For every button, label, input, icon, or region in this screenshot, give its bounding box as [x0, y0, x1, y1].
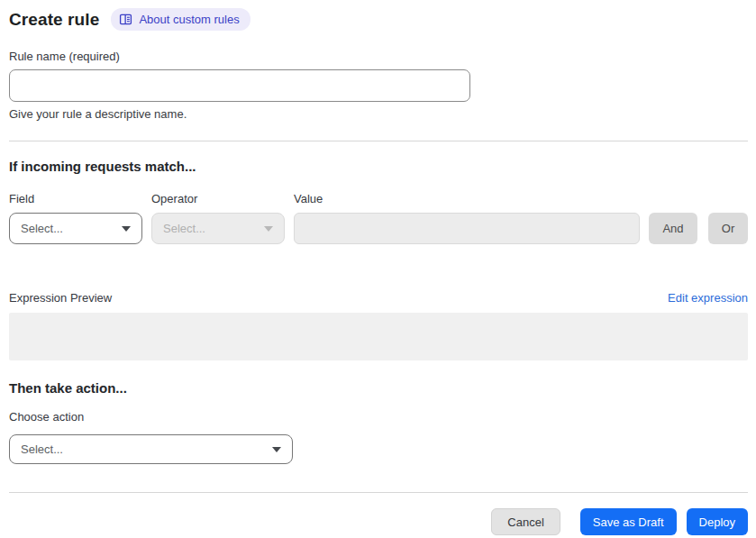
footer-actions: Cancel Save as Draft Deploy — [9, 508, 748, 535]
expression-preview-box — [9, 313, 748, 360]
value-input — [294, 213, 640, 244]
field-label: Field — [9, 192, 142, 205]
choose-action-placeholder: Select... — [21, 442, 63, 456]
value-column: Value — [294, 192, 640, 244]
chevron-down-icon — [264, 226, 273, 232]
and-button[interactable]: And — [649, 213, 697, 244]
rule-name-input[interactable] — [9, 69, 470, 102]
value-label: Value — [294, 192, 640, 205]
save-as-draft-button[interactable]: Save as Draft — [580, 508, 677, 535]
expression-preview-label: Expression Preview — [9, 291, 112, 305]
operator-label: Operator — [151, 192, 285, 205]
choose-action-select[interactable]: Select... — [9, 434, 293, 464]
deploy-button[interactable]: Deploy — [687, 508, 748, 535]
edit-expression-link[interactable]: Edit expression — [668, 291, 748, 305]
match-section-heading: If incoming requests match... — [9, 159, 748, 174]
field-column: Field Select... — [9, 192, 142, 244]
cancel-button[interactable]: Cancel — [491, 508, 560, 535]
rule-name-helper-text: Give your rule a descriptive name. — [9, 107, 748, 121]
create-rule-page: Create rule About custom rules Rule name… — [9, 0, 748, 535]
page-title: Create rule — [9, 10, 99, 30]
operator-select: Select... — [151, 213, 285, 244]
rule-name-label: Rule name (required) — [9, 50, 748, 63]
action-section-heading: Then take action... — [9, 380, 748, 396]
chevron-down-icon — [272, 447, 281, 452]
operator-column: Operator Select... — [151, 192, 285, 244]
section-divider-bottom — [9, 492, 748, 493]
book-icon — [119, 13, 132, 26]
field-select[interactable]: Select... — [9, 213, 142, 244]
field-select-placeholder: Select... — [21, 222, 63, 235]
choose-action-label: Choose action — [9, 410, 748, 424]
about-custom-rules-label: About custom rules — [139, 14, 239, 25]
match-builder-row: Field Select... Operator Select... Value… — [9, 192, 748, 244]
expression-header-row: Expression Preview Edit expression — [9, 291, 748, 305]
operator-select-placeholder: Select... — [163, 222, 205, 235]
chevron-down-icon — [122, 226, 131, 232]
page-header: Create rule About custom rules — [9, 8, 748, 31]
section-divider-top — [9, 141, 748, 141]
about-custom-rules-link[interactable]: About custom rules — [111, 8, 250, 31]
or-button[interactable]: Or — [708, 213, 748, 244]
